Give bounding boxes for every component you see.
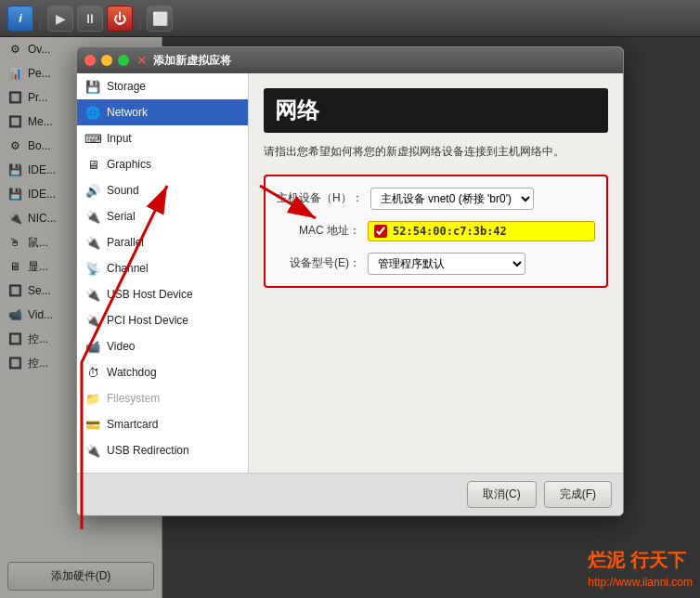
menu-item-pci-host[interactable]: 🔌 PCI Host Device <box>77 307 248 333</box>
menu-item-network[interactable]: 🌐 Network <box>77 99 248 125</box>
screen-button[interactable]: ⬜ <box>147 6 173 32</box>
pci-host-icon: 🔌 <box>84 312 101 329</box>
mac-value: 52:54:00:c7:3b:42 <box>393 225 507 238</box>
content-title: 网络 <box>264 88 608 133</box>
play-button[interactable]: ▶ <box>47 6 73 32</box>
dialog-max-button[interactable] <box>118 55 129 66</box>
device-type-select[interactable]: 管理程序默认 <box>368 253 525 275</box>
menu-item-serial[interactable]: 🔌 Serial <box>77 203 248 229</box>
menu-item-usb-redir-label: USB Redirection <box>107 444 189 457</box>
menu-item-video[interactable]: 📹 Video <box>77 333 248 359</box>
menu-item-smartcard[interactable]: 💳 Smartcard <box>77 411 248 437</box>
cancel-button[interactable]: 取消(C) <box>467 481 537 508</box>
menu-item-channel-label: Channel <box>107 262 149 275</box>
graphics-icon: 🖥 <box>84 156 101 173</box>
toolbar-separator-1 <box>40 7 41 30</box>
mac-address-label: MAC 地址： <box>277 223 360 239</box>
menu-item-video-label: Video <box>107 340 135 353</box>
menu-item-usb-redir[interactable]: 🔌 USB Redirection <box>77 437 248 463</box>
menu-item-channel[interactable]: 📡 Channel <box>77 255 248 281</box>
menu-item-parallel[interactable]: 🔌 Parallel <box>77 229 248 255</box>
power-button[interactable]: ⏻ <box>107 6 133 32</box>
content-description: 请指出您希望如何将您的新虚拟网络设备连接到主机网络中。 <box>264 144 608 160</box>
menu-item-parallel-label: Parallel <box>107 236 144 249</box>
watermark-line2: http://www.ilanni.com <box>588 574 693 591</box>
usb-redir-icon: 🔌 <box>84 442 101 459</box>
menu-item-graphics-label: Graphics <box>107 158 151 171</box>
menu-item-usb-host[interactable]: 🔌 USB Host Device <box>77 281 248 307</box>
watchdog-icon: ⏱ <box>84 364 101 381</box>
device-type-row: 设备型号(E)： 管理程序默认 <box>277 253 595 275</box>
toolbar-separator-2 <box>139 7 140 30</box>
mac-address-field: 52:54:00:c7:3b:42 <box>368 221 595 241</box>
pause-button[interactable]: ⏸ <box>77 6 103 32</box>
menu-item-sound[interactable]: 🔊 Sound <box>77 177 248 203</box>
storage-icon: 💾 <box>84 78 101 95</box>
host-device-row: 主机设备（H）： 主机设备 vnet0 (桥接 'br0') <box>277 188 595 210</box>
menu-item-sound-label: Sound <box>107 184 139 197</box>
dialog-menu: 💾 Storage 🌐 Network ⌨ Input 🖥 Graphics <box>77 73 249 473</box>
dialog-close-icon: ✕ <box>136 53 148 68</box>
dialog-title: 添加新虚拟应将 <box>153 53 231 69</box>
host-device-label: 主机设备（H）： <box>277 190 363 206</box>
serial-icon: 🔌 <box>84 208 101 225</box>
menu-item-usb-host-label: USB Host Device <box>107 288 193 301</box>
menu-item-watchdog[interactable]: ⏱ Watchdog <box>77 359 248 385</box>
menu-item-input[interactable]: ⌨ Input <box>77 125 248 151</box>
channel-icon: 📡 <box>84 260 101 277</box>
menu-item-graphics[interactable]: 🖥 Graphics <box>77 151 248 177</box>
menu-item-watchdog-label: Watchdog <box>107 366 157 379</box>
dialog: ✕ 添加新虚拟应将 💾 Storage 🌐 Network ⌨ <box>76 46 624 516</box>
network-form: 主机设备（H）： 主机设备 vnet0 (桥接 'br0') MAC 地址： 5… <box>264 175 608 288</box>
dialog-body: 💾 Storage 🌐 Network ⌨ Input 🖥 Graphics <box>77 73 623 473</box>
menu-item-input-label: Input <box>107 132 132 145</box>
network-icon: 🌐 <box>84 104 101 121</box>
usb-host-icon: 🔌 <box>84 286 101 303</box>
device-type-label: 设备型号(E)： <box>277 255 360 271</box>
mac-address-row: MAC 地址： 52:54:00:c7:3b:42 <box>277 221 595 241</box>
watermark-line1: 烂泥 行天下 <box>588 546 693 574</box>
dialog-close-button[interactable] <box>84 55 96 66</box>
dialog-overlay: ✕ 添加新虚拟应将 💾 Storage 🌐 Network ⌨ <box>0 37 700 598</box>
menu-item-serial-label: Serial <box>107 210 136 223</box>
smartcard-icon: 💳 <box>84 416 101 433</box>
dialog-footer: 取消(C) 完成(F) <box>77 473 623 515</box>
menu-item-storage[interactable]: 💾 Storage <box>77 73 248 99</box>
dialog-titlebar: ✕ 添加新虚拟应将 <box>77 47 623 73</box>
menu-item-pci-host-label: PCI Host Device <box>107 314 188 327</box>
input-icon: ⌨ <box>84 130 101 147</box>
toolbar: i ▶ ⏸ ⏻ ⬜ <box>0 0 700 37</box>
host-device-select[interactable]: 主机设备 vnet0 (桥接 'br0') <box>370 188 534 210</box>
menu-item-smartcard-label: Smartcard <box>107 418 158 431</box>
menu-item-filesystem-label: Filesystem <box>107 392 160 405</box>
info-button[interactable]: i <box>7 6 33 32</box>
dialog-min-button[interactable] <box>101 55 112 66</box>
mac-checkbox[interactable] <box>374 225 387 238</box>
video-icon: 📹 <box>84 338 101 355</box>
app-window: i ▶ ⏸ ⏻ ⬜ ⚙ Ov... 📊 Pe... 🔲 Pr... 🔲 Me..… <box>0 0 700 598</box>
finish-button[interactable]: 完成(F) <box>544 481 612 508</box>
filesystem-icon: 📁 <box>84 390 101 407</box>
parallel-icon: 🔌 <box>84 234 101 251</box>
menu-item-network-label: Network <box>107 106 148 119</box>
sound-icon: 🔊 <box>84 182 101 199</box>
menu-item-storage-label: Storage <box>107 80 146 93</box>
watermark: 烂泥 行天下 http://www.ilanni.com <box>588 546 693 591</box>
menu-item-filesystem[interactable]: 📁 Filesystem <box>77 385 248 411</box>
dialog-content: 网络 请指出您希望如何将您的新虚拟网络设备连接到主机网络中。 主机设备（H）： … <box>249 73 623 473</box>
